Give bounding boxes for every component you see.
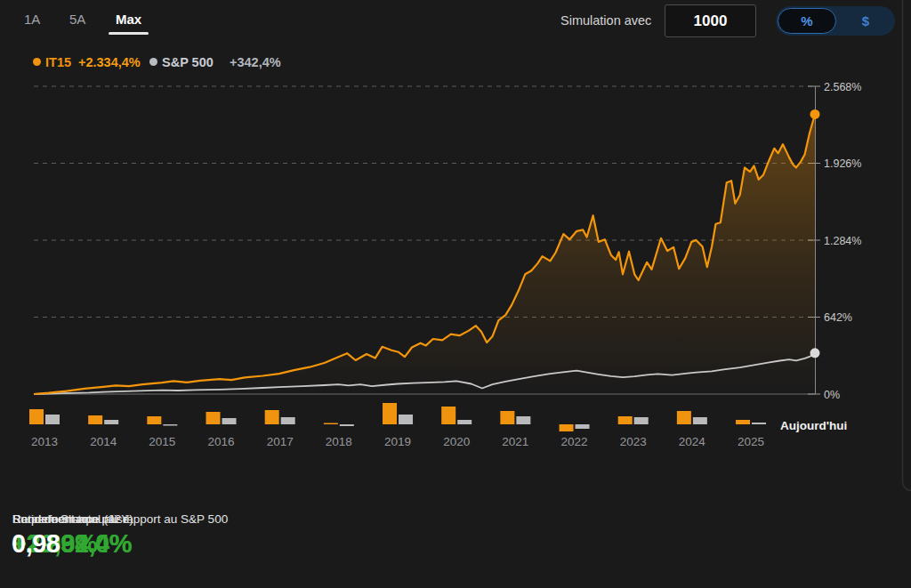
svg-text:2014: 2014 xyxy=(90,435,117,448)
svg-text:2017: 2017 xyxy=(267,435,294,448)
today-label: Aujourd'hui xyxy=(780,419,847,432)
svg-text:2025: 2025 xyxy=(738,435,764,448)
svg-text:2.568%: 2.568% xyxy=(824,81,861,93)
svg-text:2018: 2018 xyxy=(326,435,352,448)
svg-text:1.926%: 1.926% xyxy=(824,157,861,170)
svg-text:1.284%: 1.284% xyxy=(824,235,861,247)
svg-text:2021: 2021 xyxy=(502,435,528,448)
svg-text:2024: 2024 xyxy=(679,435,706,448)
simulation-page: { "header": { "tabs": [ {"label": "1A", … xyxy=(0,0,911,588)
svg-text:0%: 0% xyxy=(824,389,840,401)
svg-text:2022: 2022 xyxy=(561,435,588,448)
panel-border xyxy=(903,0,911,491)
svg-text:2023: 2023 xyxy=(620,435,647,448)
stat-value: 0,98 xyxy=(12,529,60,559)
svg-text:642%: 642% xyxy=(824,311,852,324)
svg-text:2013: 2013 xyxy=(31,435,58,448)
stat-label: Ratio de Sharpe xyxy=(12,512,100,526)
svg-text:2015: 2015 xyxy=(149,435,175,448)
svg-text:2019: 2019 xyxy=(384,435,411,448)
svg-text:2016: 2016 xyxy=(207,435,234,448)
performance-line-chart[interactable]: 2.568%1.926%1.284%642%0%2013201420152016… xyxy=(0,0,911,588)
svg-text:2020: 2020 xyxy=(443,435,470,448)
